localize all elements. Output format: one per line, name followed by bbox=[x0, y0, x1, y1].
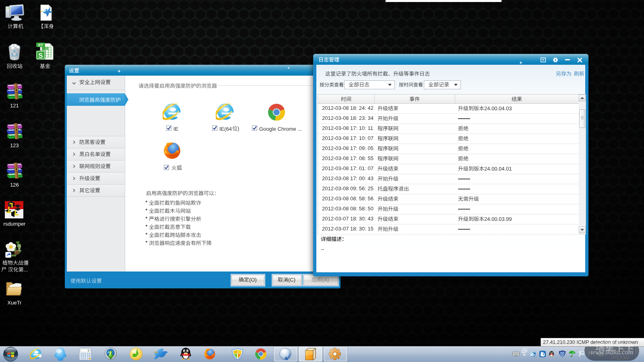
svg-text:0: 0 bbox=[88, 350, 89, 352]
svg-text:ET: ET bbox=[38, 43, 43, 47]
svg-text:S: S bbox=[38, 52, 43, 60]
